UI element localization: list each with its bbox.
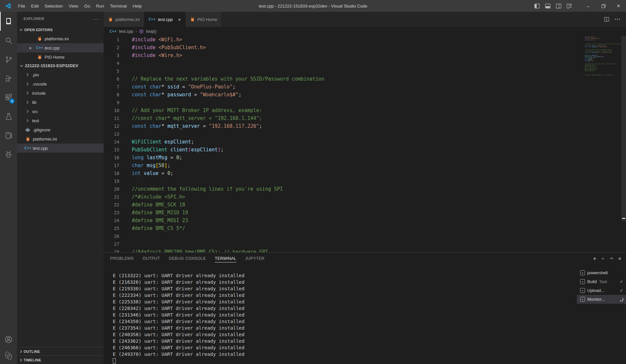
code-line[interactable]: 25#define BME_CS 5*/ [104, 224, 626, 232]
tree-file-platformio-ini[interactable]: platformio.ini [17, 134, 104, 144]
close-window-button[interactable]: × [611, 0, 626, 12]
close-tab-icon[interactable]: × [178, 17, 181, 22]
activity-run-debug[interactable] [0, 69, 17, 88]
customize-layout-icon[interactable] [567, 3, 572, 9]
tree-file--gitignore[interactable]: .gitignore [17, 125, 104, 134]
code-line[interactable]: 9 [104, 99, 626, 106]
close-panel-icon[interactable]: × [618, 256, 621, 261]
code-line[interactable]: 26 [104, 232, 626, 240]
tab-test-cpp[interactable]: C++test.cpp× [144, 12, 186, 27]
activity-extensions[interactable]: 4 [0, 88, 17, 107]
minimize-button[interactable]: – [581, 0, 596, 12]
code-line[interactable]: 21/*#include <SPI.h> [104, 193, 626, 201]
tree-folder-lib[interactable]: lib [17, 98, 104, 107]
open-editor-pio-home[interactable]: PIO Home [17, 52, 104, 62]
editor-scrollbar[interactable] [621, 36, 626, 221]
terminal-output[interactable]: E (213322) uart: UART driver already ins… [104, 264, 577, 364]
activity-search[interactable] [0, 31, 17, 50]
tree-folder-src[interactable]: src [17, 107, 104, 116]
timeline-section[interactable]: TIMELINE [17, 355, 104, 364]
code-line[interactable]: 16long lastMsg = 0; [104, 154, 626, 162]
project-root[interactable]: 221222-151833-ESP32DEV [17, 62, 104, 70]
minimap[interactable]: #include <WiFi.h>#include <PubSubClient.… [585, 36, 621, 252]
terminal-item-build[interactable]: >BuildTask✓ [577, 277, 626, 286]
code-line[interactable]: 7const char* ssid = "OnePlus-Paolo"; [104, 83, 626, 91]
toggle-secondary-sidebar-icon[interactable] [556, 3, 561, 9]
code-line[interactable]: 2#include <PubSubClient.h> [104, 44, 626, 51]
chevron-right-icon [25, 100, 30, 105]
menu-help[interactable]: Help [130, 0, 145, 12]
menu-run[interactable]: Run [93, 0, 107, 12]
code-line[interactable]: 11//const char* mqtt_server = "192.168.1… [104, 114, 626, 122]
code-line[interactable]: 3#include <Wire.h> [104, 51, 626, 59]
outline-section[interactable]: OUTLINE [17, 347, 104, 355]
open-editors-header[interactable]: OPEN EDITORS [17, 26, 104, 34]
menu-edit[interactable]: Edit [28, 0, 42, 12]
explorer-more-actions-icon[interactable]: ··· [93, 16, 99, 22]
breadcrumb-symbol[interactable]: loop() [146, 29, 156, 34]
line-number: 5 [104, 67, 119, 75]
code-line[interactable]: 12const char* mqtt_server = "192.168.117… [104, 122, 626, 130]
code-line[interactable]: 22#define BME_SCK 18 [104, 201, 626, 209]
code-line[interactable]: 20//uncomment the following lines if you… [104, 185, 626, 193]
code-line[interactable]: 23#define BME_MISO 19 [104, 209, 626, 217]
code-line[interactable]: 14WiFiClient espClient; [104, 138, 626, 146]
activity-explorer[interactable] [0, 12, 17, 31]
menu-selection[interactable]: Selection [42, 0, 66, 12]
tree-folder-dot-vscode[interactable]: .vscode [17, 79, 104, 88]
code-line[interactable]: 8const char* password = "Woahcarlo$#"; [104, 91, 626, 99]
tab-pio-home[interactable]: PIO Home [186, 12, 222, 27]
open-editor-platformio-ini[interactable]: platformio.ini [17, 34, 104, 43]
terminal-item-powershell[interactable]: >powershell [577, 268, 626, 277]
menu-go[interactable]: Go [81, 0, 93, 12]
menu-file[interactable]: File [15, 0, 28, 12]
breadcrumb[interactable]: C++ test.cpp › loop() [104, 27, 626, 36]
code-line[interactable]: 28//Adafruit_BME280 bme(BME_CS); // hard… [104, 248, 626, 252]
code-line[interactable]: 17char msg[50]; [104, 162, 626, 169]
toggle-panel-icon[interactable] [545, 3, 551, 9]
tree-folder-dot-pio[interactable]: .pio [17, 70, 104, 79]
activity-pio-project-tasks[interactable] [0, 126, 17, 145]
activity-source-control[interactable] [0, 50, 17, 69]
code-line[interactable]: 6// Replace the next variables with your… [104, 75, 626, 83]
code-line[interactable]: 24#define BME_MOSI 23 [104, 217, 626, 224]
tab-platformio-ini[interactable]: platformio.ini [104, 12, 144, 27]
panel-tab-output[interactable]: OUTPUT [143, 253, 160, 264]
terminal-item-upload-[interactable]: >Upload...✓ [577, 286, 626, 295]
menu-view[interactable]: View [66, 0, 81, 12]
code-line[interactable]: 5 [104, 67, 626, 75]
toggle-sidebar-icon[interactable] [534, 3, 540, 9]
restore-button[interactable] [596, 0, 611, 12]
panel-tab-debug-console[interactable]: DEBUG CONSOLE [169, 253, 206, 264]
activity-accounts[interactable] [0, 331, 17, 348]
panel-tab-jupyter[interactable]: JUPYTER [245, 253, 265, 264]
terminal-item-monitor-[interactable]: >Monitor... [577, 295, 626, 304]
tree-folder-include[interactable]: include [17, 88, 104, 98]
code-line[interactable]: 19 [104, 177, 626, 185]
maximize-panel-icon[interactable] [609, 256, 614, 261]
activity-platformio[interactable] [0, 145, 17, 164]
breadcrumb-file[interactable]: test.cpp [119, 29, 133, 34]
code-line[interactable]: 13 [104, 130, 626, 138]
activity-testing[interactable] [0, 107, 17, 126]
close-editor-icon[interactable]: × [29, 45, 32, 51]
code-line[interactable]: 10// Add your MQTT Broker IP address, ex… [104, 106, 626, 114]
new-terminal-icon[interactable]: + [593, 256, 596, 262]
vscode-logo-icon [5, 3, 11, 9]
tree-folder-test[interactable]: test [17, 116, 104, 125]
activity-settings[interactable] [0, 348, 17, 364]
split-editor-icon[interactable] [604, 17, 609, 22]
panel-tab-terminal[interactable]: TERMINAL [215, 253, 236, 264]
code-line[interactable]: 18int value = 0; [104, 169, 626, 177]
terminal-dropdown-icon[interactable] [601, 257, 605, 261]
menu-terminal[interactable]: Terminal [107, 0, 130, 12]
code-line[interactable]: 27 [104, 240, 626, 248]
tree-file-test-cpp[interactable]: C++test.cpp [17, 144, 104, 153]
code-editor[interactable]: 1#include <WiFi.h>2#include <PubSubClien… [104, 36, 626, 252]
code-line[interactable]: 15PubSubClient client(espClient); [104, 146, 626, 154]
open-editor-test-cpp[interactable]: ×C++test.cpp [17, 43, 104, 52]
code-line[interactable]: 4 [104, 59, 626, 67]
panel-tab-problems[interactable]: PROBLEMS [110, 253, 134, 264]
code-line[interactable]: 1#include <WiFi.h> [104, 36, 626, 44]
editor-more-actions-icon[interactable]: ··· [615, 16, 621, 22]
